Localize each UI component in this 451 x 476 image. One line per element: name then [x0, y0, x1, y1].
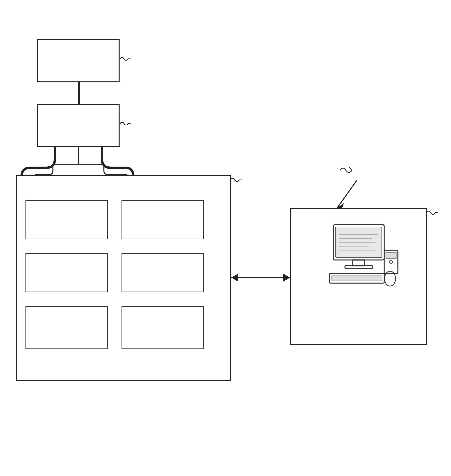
doppler-box — [25, 306, 108, 349]
svg-rect-22 — [386, 252, 396, 258]
scan-converter-box — [121, 253, 204, 292]
display-box — [290, 208, 427, 345]
computer-illustration — [318, 221, 400, 291]
tissue-transducer-line — [76, 81, 82, 105]
svg-line-32 — [349, 167, 352, 170]
ref2-squiggle — [119, 55, 131, 63]
tissue-box — [37, 39, 119, 82]
svg-line-7 — [337, 180, 357, 208]
transmit-box — [121, 200, 204, 239]
transducer-box — [37, 104, 119, 147]
svg-marker-11 — [283, 274, 290, 282]
color-flow-box — [121, 306, 204, 349]
beamformer-box — [25, 200, 108, 239]
svg-rect-20 — [332, 275, 382, 281]
svg-rect-18 — [345, 265, 372, 269]
ref1-squiggle — [339, 165, 355, 176]
ref3-squiggle — [119, 120, 131, 128]
svg-point-23 — [389, 260, 393, 264]
ref5-squiggle — [425, 208, 439, 217]
controller-box — [25, 253, 108, 292]
ref4-squiggle — [229, 176, 243, 184]
svg-marker-10 — [231, 274, 238, 282]
